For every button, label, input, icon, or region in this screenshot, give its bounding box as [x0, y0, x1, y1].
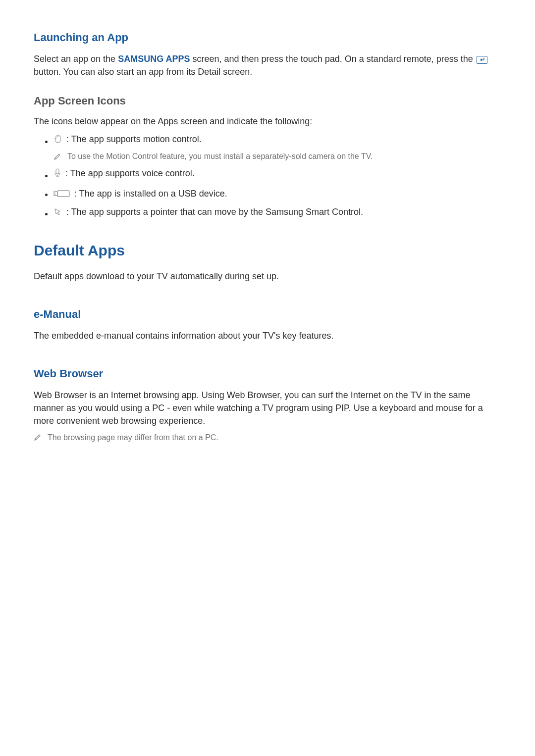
- paragraph-web-browser: Web Browser is an Internet browsing app.…: [34, 389, 501, 427]
- heading-e-manual: e-Manual: [34, 306, 501, 322]
- list-item-text: : The app supports motion control.: [66, 133, 202, 146]
- note-motion-camera: To use the Motion Control feature, you m…: [54, 151, 501, 162]
- note-text: The browsing page may differ from that o…: [48, 432, 218, 443]
- pointer-icon: [54, 207, 62, 216]
- text-fragment: screen, and then press the touch pad. On…: [193, 54, 476, 64]
- hand-icon: [54, 134, 62, 144]
- note-text: To use the Motion Control feature, you m…: [67, 151, 373, 162]
- paragraph-e-manual: The embedded e-manual contains informati…: [34, 329, 501, 342]
- usb-device-icon: [54, 190, 70, 197]
- list-item-text: : The app supports a pointer that can mo…: [66, 205, 363, 218]
- list-item: : The app supports motion control. To us…: [54, 133, 501, 162]
- heading-default-apps: Default Apps: [34, 240, 501, 261]
- svg-rect-1: [54, 192, 57, 196]
- heading-launching-an-app: Launching an App: [34, 30, 501, 46]
- list-item: : The app is installed on a USB device.: [54, 187, 501, 201]
- samsung-apps-label: SAMSUNG APPS: [118, 54, 190, 64]
- pencil-note-icon: [54, 152, 61, 160]
- enter-button-icon: [477, 56, 487, 64]
- list-item: : The app supports a pointer that can mo…: [54, 205, 501, 220]
- microphone-icon: [54, 168, 61, 178]
- svg-rect-0: [56, 169, 59, 174]
- note-web-browser: The browsing page may differ from that o…: [34, 432, 501, 443]
- svg-rect-4: [57, 191, 69, 197]
- paragraph-icons-intro: The icons below appear on the Apps scree…: [34, 115, 501, 128]
- pencil-note-icon: [34, 433, 42, 441]
- text-fragment: Select an app on the: [34, 54, 118, 64]
- heading-web-browser: Web Browser: [34, 366, 501, 382]
- svg-rect-2: [55, 193, 56, 194]
- text-fragment: button. You can also start an app from i…: [34, 67, 252, 77]
- app-icon-list: : The app supports motion control. To us…: [34, 133, 501, 220]
- document-page: Launching an App Select an app on the SA…: [0, 0, 535, 756]
- list-item-text: : The app supports voice control.: [65, 167, 195, 180]
- paragraph-launching: Select an app on the SAMSUNG APPS screen…: [34, 52, 501, 78]
- heading-app-screen-icons: App Screen Icons: [34, 93, 501, 109]
- list-item: : The app supports voice control.: [54, 167, 501, 182]
- svg-rect-3: [55, 194, 56, 195]
- list-item-text: : The app is installed on a USB device.: [74, 187, 227, 200]
- paragraph-default-apps: Default apps download to your TV automat…: [34, 270, 501, 283]
